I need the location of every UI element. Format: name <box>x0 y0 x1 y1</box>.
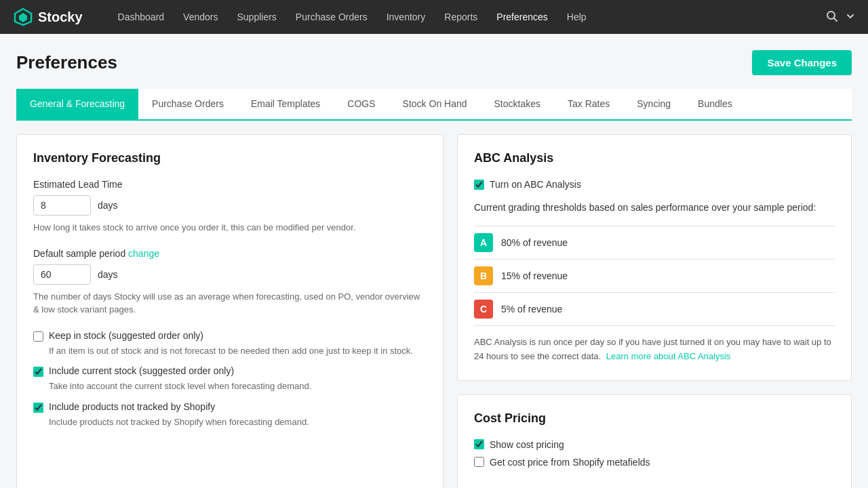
abc-learn-more-link[interactable]: Learn more about ABC Analysis <box>606 351 731 361</box>
abc-grade-a: A 80% of revenue <box>474 226 835 260</box>
sample-period-input[interactable] <box>33 264 91 285</box>
sample-period-row: days <box>33 264 427 285</box>
nav-inventory[interactable]: Inventory <box>378 7 434 26</box>
logo-text: Stocky <box>38 9 83 25</box>
search-icon[interactable] <box>826 10 838 24</box>
dropdown-arrow-icon[interactable] <box>846 12 854 22</box>
include-products-hint: Include products not tracked by Shopify … <box>49 415 427 429</box>
tab-bundles[interactable]: Bundles <box>684 89 746 121</box>
page-content: Preferences Save Changes General & Forec… <box>0 34 868 488</box>
get-cost-metafields-label: Get cost price from Shopify metafields <box>490 457 650 468</box>
inventory-forecasting-title: Inventory Forecasting <box>33 151 427 165</box>
nav-purchase-orders[interactable]: Purchase Orders <box>288 7 376 26</box>
abc-grade-c-text: 5% of revenue <box>501 304 562 314</box>
save-button[interactable]: Save Changes <box>752 50 852 75</box>
logo[interactable]: Stocky <box>14 7 83 26</box>
get-cost-metafields-group: Get cost price from Shopify metafields <box>474 457 835 468</box>
tab-cogs[interactable]: COGS <box>334 89 389 121</box>
sample-period-change-link[interactable]: change <box>128 248 159 259</box>
keep-in-stock-checkbox[interactable] <box>33 331 43 342</box>
keep-in-stock-label[interactable]: Keep in stock (suggested order only) <box>33 330 427 342</box>
tabs-bar: General & Forecasting Purchase Orders Em… <box>16 89 852 121</box>
tab-stock-on-hand[interactable]: Stock On Hand <box>389 89 481 121</box>
cost-pricing-panel: Cost Pricing Show cost pricing Get cost … <box>457 394 852 488</box>
tab-general-forecasting[interactable]: General & Forecasting <box>16 89 138 121</box>
nav-vendors[interactable]: Vendors <box>175 7 226 26</box>
navigation: Stocky Dashboard Vendors Suppliers Purch… <box>0 0 868 34</box>
abc-turn-on-label: Turn on ABC Analysis <box>490 179 581 190</box>
include-products-checkbox[interactable] <box>33 403 43 413</box>
cost-pricing-title: Cost Pricing <box>474 411 835 426</box>
right-panels: ABC Analysis Turn on ABC Analysis Curren… <box>457 134 852 488</box>
keep-in-stock-group: Keep in stock (suggested order only) If … <box>33 330 427 358</box>
abc-turn-on-checkbox[interactable] <box>474 180 484 190</box>
abc-grade-b: B 15% of revenue <box>474 260 835 293</box>
page-header: Preferences Save Changes <box>16 50 852 75</box>
nav-suppliers[interactable]: Suppliers <box>229 7 284 26</box>
abc-badge-b: B <box>474 266 493 285</box>
sample-period-hint: The number of days Stocky will use as an… <box>33 290 427 317</box>
include-current-stock-label[interactable]: Include current stock (suggested order o… <box>33 365 427 377</box>
svg-line-3 <box>834 18 837 21</box>
abc-note: ABC Analysis is run once per day so if y… <box>474 336 835 364</box>
tab-purchase-orders[interactable]: Purchase Orders <box>138 89 237 121</box>
tab-email-templates[interactable]: Email Templates <box>237 89 334 121</box>
sample-period-label: Default sample period change <box>33 248 427 259</box>
nav-dashboard[interactable]: Dashboard <box>110 7 173 26</box>
show-cost-pricing-group: Show cost pricing <box>474 439 835 450</box>
nav-links: Dashboard Vendors Suppliers Purchase Ord… <box>110 7 826 26</box>
keep-in-stock-hint: If an item is out of stock and is not fo… <box>49 344 427 358</box>
get-cost-metafields-checkbox[interactable] <box>474 457 484 467</box>
abc-badge-c: C <box>474 300 493 319</box>
include-current-stock-checkbox[interactable] <box>33 367 43 377</box>
abc-badge-a: A <box>474 233 493 252</box>
days-label-sample: days <box>98 269 118 280</box>
days-label-lead: days <box>98 200 118 211</box>
estimated-lead-time-group: Estimated Lead Time days How long it tak… <box>33 179 427 235</box>
estimated-lead-time-row: days <box>33 195 427 216</box>
estimated-lead-time-label: Estimated Lead Time <box>33 179 427 190</box>
inventory-forecasting-panel: Inventory Forecasting Estimated Lead Tim… <box>16 134 443 488</box>
main-content: Inventory Forecasting Estimated Lead Tim… <box>16 121 852 488</box>
tab-stocktakes[interactable]: Stocktakes <box>481 89 554 121</box>
tab-tax-rates[interactable]: Tax Rates <box>554 89 623 121</box>
nav-reports[interactable]: Reports <box>436 7 486 26</box>
abc-grade-b-text: 15% of revenue <box>501 270 568 281</box>
abc-grade-c: C 5% of revenue <box>474 293 835 326</box>
show-cost-pricing-checkbox[interactable] <box>474 439 484 449</box>
show-cost-pricing-label: Show cost pricing <box>490 439 564 450</box>
include-products-label[interactable]: Include products not tracked by Shopify <box>33 401 427 413</box>
nav-preferences[interactable]: Preferences <box>488 7 555 26</box>
estimated-lead-time-input[interactable] <box>33 195 91 216</box>
nav-help[interactable]: Help <box>559 7 595 26</box>
include-current-stock-hint: Take into account the current stock leve… <box>49 380 427 393</box>
include-current-stock-group: Include current stock (suggested order o… <box>33 365 427 393</box>
logo-icon <box>14 7 33 26</box>
abc-grade-a-text: 80% of revenue <box>501 237 568 248</box>
tab-syncing[interactable]: Syncing <box>623 89 684 121</box>
sample-period-group: Default sample period change days The nu… <box>33 248 427 317</box>
abc-analysis-title: ABC Analysis <box>474 151 835 165</box>
estimated-lead-time-hint: How long it takes stock to arrive once y… <box>33 221 427 235</box>
nav-right <box>826 10 854 24</box>
page-title: Preferences <box>16 52 117 73</box>
include-products-group: Include products not tracked by Shopify … <box>33 401 427 429</box>
abc-analysis-panel: ABC Analysis Turn on ABC Analysis Curren… <box>457 134 852 381</box>
abc-turn-on-row: Turn on ABC Analysis <box>474 179 835 190</box>
abc-grades-list: A 80% of revenue B 15% of revenue C 5% o… <box>474 226 835 326</box>
svg-marker-1 <box>19 13 27 22</box>
abc-thresholds-desc: Current grading thresholds based on sale… <box>474 201 835 215</box>
